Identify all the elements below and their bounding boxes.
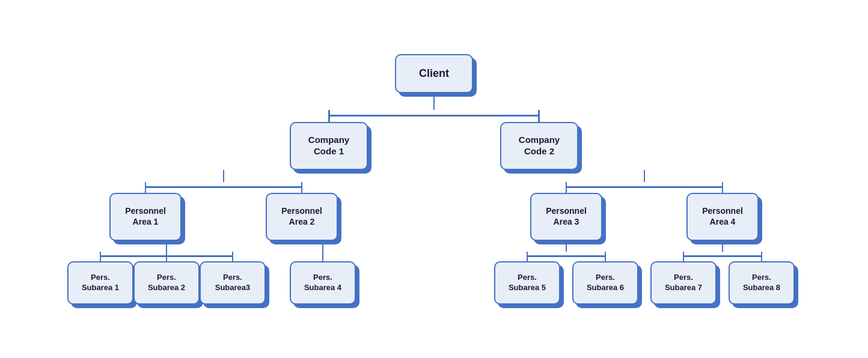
org-chart: Client bbox=[13, 42, 855, 317]
company1-label: CompanyCode 1 bbox=[308, 135, 349, 157]
c2-personnel-row: PersonnelArea 3 PersonnelArea 4 bbox=[488, 182, 801, 241]
personnel1-col: PersonnelArea 1 bbox=[67, 182, 224, 241]
c1-down bbox=[223, 170, 225, 182]
client-section: Client bbox=[395, 54, 473, 110]
company1-subtree: PersonnelArea 1 PersonnelArea 2 bbox=[13, 170, 434, 305]
client-box: Client bbox=[395, 54, 473, 93]
p3-subareas: Pers.Subarea 5 bbox=[488, 241, 644, 305]
subarea1-col: Pers.Subarea 1 bbox=[67, 252, 133, 305]
personnel4-box: PersonnelArea 4 bbox=[686, 193, 759, 241]
company2-left-half bbox=[434, 115, 539, 117]
subarea8-node: Pers.Subarea 8 bbox=[729, 261, 795, 305]
company2-subtree: PersonnelArea 3 PersonnelArea 4 bbox=[434, 170, 855, 305]
subarea6-box: Pers.Subarea 6 bbox=[572, 261, 638, 305]
personnel2-box: PersonnelArea 2 bbox=[266, 193, 338, 241]
personnel3-col: PersonnelArea 3 bbox=[488, 182, 644, 241]
c1-subareas-section: Pers.Subarea 1 bbox=[67, 241, 380, 305]
personnel4-label: PersonnelArea 4 bbox=[702, 206, 743, 227]
subarea5-node: Pers.Subarea 5 bbox=[494, 261, 560, 305]
company1-col: CompanyCode 1 bbox=[224, 110, 434, 170]
subarea5-label: Pers.Subarea 5 bbox=[509, 273, 546, 293]
subarea3-node: Pers.Subarea3 bbox=[200, 261, 266, 305]
company2-up-line bbox=[538, 110, 540, 122]
company2-box: CompanyCode 2 bbox=[500, 122, 578, 170]
subarea1-label: Pers.Subarea 1 bbox=[82, 273, 119, 293]
subarea4-box: Pers.Subarea 4 bbox=[290, 261, 356, 305]
client-label: Client bbox=[419, 67, 449, 80]
s4-up bbox=[322, 252, 324, 261]
company1-right-half bbox=[329, 115, 434, 117]
p2-up bbox=[301, 182, 303, 193]
c2-down bbox=[644, 170, 646, 182]
personnel2-node: PersonnelArea 2 bbox=[266, 193, 338, 241]
personnel1-label: PersonnelArea 1 bbox=[125, 206, 166, 227]
subarea7-node: Pers.Subarea 7 bbox=[650, 261, 717, 305]
c2-subareas-section: Pers.Subarea 5 bbox=[488, 241, 801, 305]
c1-personnel-row: PersonnelArea 1 PersonnelArea 2 bbox=[67, 182, 380, 241]
subarea3-col: Pers.Subarea3 bbox=[200, 252, 266, 305]
p1-subarea-row: Pers.Subarea 1 bbox=[67, 252, 266, 305]
l1-h-connector: CompanyCode 1 CompanyCode 2 bbox=[224, 110, 644, 170]
subarea3-box: Pers.Subarea3 bbox=[200, 261, 266, 305]
personnel4-col: PersonnelArea 4 bbox=[644, 182, 801, 241]
subarea8-label: Pers.Subarea 8 bbox=[743, 273, 780, 293]
subarea6-col: Pers.Subarea 6 bbox=[566, 252, 644, 305]
personnel1-box: PersonnelArea 1 bbox=[109, 193, 182, 241]
subarea6-label: Pers.Subarea 6 bbox=[587, 273, 624, 293]
s8-left bbox=[723, 255, 761, 257]
p2-subarea-row: Pers.Subarea 4 bbox=[266, 252, 380, 305]
company2-col: CompanyCode 2 bbox=[434, 110, 644, 170]
p2-left bbox=[224, 186, 301, 188]
company2-node: CompanyCode 2 bbox=[500, 122, 578, 170]
subarea7-box: Pers.Subarea 7 bbox=[650, 261, 717, 305]
personnel2-col: PersonnelArea 2 bbox=[224, 182, 380, 241]
s2-left bbox=[133, 255, 166, 257]
s3-left bbox=[200, 255, 232, 257]
personnel2-label: PersonnelArea 2 bbox=[281, 206, 322, 227]
p1-subareas: Pers.Subarea 1 bbox=[67, 241, 266, 305]
subarea2-node: Pers.Subarea 2 bbox=[133, 261, 200, 305]
subarea5-col: Pers.Subarea 5 bbox=[488, 252, 566, 305]
subarea8-box: Pers.Subarea 8 bbox=[729, 261, 795, 305]
subarea1-node: Pers.Subarea 1 bbox=[67, 261, 133, 305]
subarea8-col: Pers.Subarea 8 bbox=[723, 252, 801, 305]
company1-node: CompanyCode 1 bbox=[290, 122, 368, 170]
s7-right bbox=[684, 255, 723, 257]
l1-h-row: CompanyCode 1 CompanyCode 2 bbox=[224, 110, 644, 170]
p1-right bbox=[146, 186, 224, 188]
subarea2-col: Pers.Subarea 2 bbox=[133, 252, 200, 305]
subarea4-node: Pers.Subarea 4 bbox=[290, 261, 356, 305]
company1-box: CompanyCode 1 bbox=[290, 122, 368, 170]
subarea7-label: Pers.Subarea 7 bbox=[665, 273, 702, 293]
s5-right bbox=[528, 255, 566, 257]
subarea5-box: Pers.Subarea 5 bbox=[494, 261, 560, 305]
subarea1-box: Pers.Subarea 1 bbox=[67, 261, 133, 305]
s6-up bbox=[605, 252, 607, 261]
personnel1-node: PersonnelArea 1 bbox=[109, 193, 182, 241]
p4-up bbox=[722, 182, 724, 193]
subarea4-col: Pers.Subarea 4 bbox=[290, 252, 356, 305]
p4-left bbox=[644, 186, 722, 188]
p3-subarea-row: Pers.Subarea 5 bbox=[488, 252, 644, 305]
s2-right bbox=[167, 255, 200, 257]
p3-right bbox=[567, 186, 644, 188]
p4-subareas: Pers.Subarea 7 bbox=[644, 241, 801, 305]
s6-left bbox=[566, 255, 605, 257]
subarea6-node: Pers.Subarea 6 bbox=[572, 261, 638, 305]
s8-up bbox=[761, 252, 763, 261]
personnel3-node: PersonnelArea 3 bbox=[530, 193, 602, 241]
company2-label: CompanyCode 2 bbox=[519, 135, 560, 157]
p4-subarea-row: Pers.Subarea 7 bbox=[644, 252, 801, 305]
s3-up bbox=[232, 252, 234, 261]
client-node: Client bbox=[395, 54, 473, 93]
personnel3-box: PersonnelArea 3 bbox=[530, 193, 602, 241]
personnel4-node: PersonnelArea 4 bbox=[686, 193, 759, 241]
personnel3-label: PersonnelArea 3 bbox=[546, 206, 587, 227]
s1-right bbox=[101, 255, 133, 257]
l2-section: PersonnelArea 1 PersonnelArea 2 bbox=[13, 170, 855, 305]
l1-branch: CompanyCode 1 CompanyCode 2 bbox=[13, 110, 855, 170]
subarea3-label: Pers.Subarea3 bbox=[215, 273, 251, 293]
subarea2-box: Pers.Subarea 2 bbox=[133, 261, 200, 305]
subarea2-label: Pers.Subarea 2 bbox=[148, 273, 185, 293]
subarea7-col: Pers.Subarea 7 bbox=[644, 252, 723, 305]
